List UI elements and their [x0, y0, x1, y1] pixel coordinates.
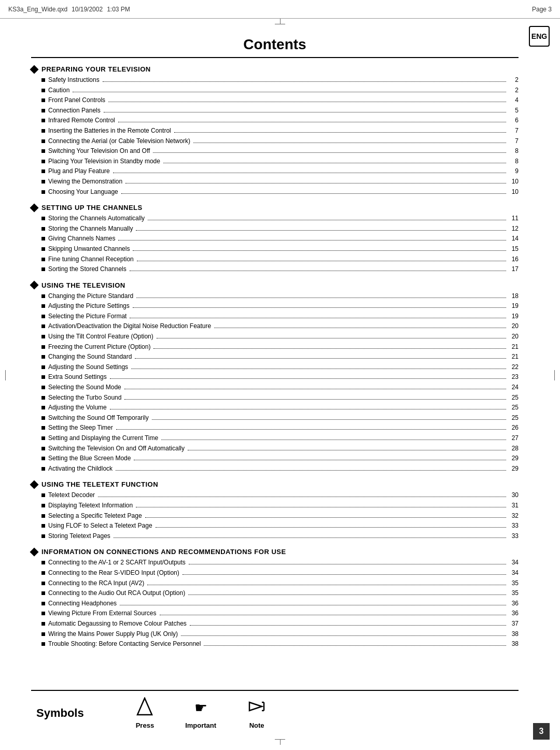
toc-page: 25 [508, 393, 519, 403]
toc-item: Storing the Channels Automatically 11 [41, 214, 519, 223]
toc-label: Using FLOF to Select a Teletext Page [48, 521, 152, 531]
svg-text:☛: ☛ [194, 700, 207, 716]
toc-dots [204, 645, 506, 646]
toc-item: Changing the Picture Standard 18 [41, 291, 519, 301]
toc-item: Infrared Remote Control 6 [41, 116, 519, 125]
toc-label: Connection Panels [48, 106, 101, 116]
toc-item: Sorting the Stored Channels 17 [41, 264, 519, 274]
toc-dots [181, 635, 506, 636]
toc-label: Sorting the Stored Channels [48, 264, 127, 274]
toc-label: Switching the Television On and Off Auto… [48, 444, 185, 454]
toc-bullet [41, 217, 45, 220]
header-filename: KS3a_Eng_Wide.qxd [8, 6, 67, 13]
toc-label: Extra Sound Settings [48, 372, 107, 382]
toc-bullet [41, 227, 45, 231]
toc-item: Displaying Teletext Information 31 [41, 501, 519, 511]
svg-marker-2 [249, 702, 262, 711]
toc-item: Connection Panels 5 [41, 106, 519, 116]
toc-dots [130, 318, 506, 318]
toc-page: 33 [508, 521, 519, 531]
toc-item: Connecting to the Rear S-VIDEO Input (Op… [41, 568, 519, 578]
toc-dots [120, 605, 506, 605]
toc-bullet [41, 169, 45, 173]
toc-dots [193, 143, 506, 143]
toc-page: 15 [508, 244, 519, 254]
toc-item: Caution 2 [41, 86, 519, 95]
toc-page: 8 [508, 146, 519, 156]
toc-item: Setting the Sleep Timer 26 [41, 423, 519, 433]
toc-bullet [41, 315, 45, 318]
toc-dots [188, 595, 506, 595]
toc-item: Choosing Your Language 10 [41, 187, 519, 197]
toc-item: Selecting the Picture Format 19 [41, 312, 519, 321]
toc-label: Teletext Decoder [48, 490, 95, 500]
symbols-section: Symbols Press ☛ Important Note [31, 690, 519, 729]
toc-page: 35 [508, 578, 519, 588]
svg-marker-0 [137, 698, 152, 715]
toc-bullet [41, 335, 45, 338]
toc-list-television: Changing the Picture Standard 18 Adjusti… [31, 291, 519, 474]
toc-page: 7 [508, 126, 519, 136]
toc-bullet [41, 294, 45, 298]
toc-page: 10 [508, 177, 519, 187]
bottom-crosshair [275, 739, 285, 745]
toc-item: Storing the Channels Manually 12 [41, 224, 519, 234]
toc-bullet [41, 457, 45, 460]
toc-bullet [41, 89, 45, 92]
toc-bullet [41, 129, 45, 133]
toc-page: 2 [508, 75, 519, 85]
symbol-label-important: Important [185, 721, 216, 729]
toc-dots [163, 163, 506, 163]
toc-dots [118, 122, 506, 122]
toc-label: Placing Your Television in Standby mode [48, 157, 160, 166]
toc-label: Adjusting the Picture Settings [48, 301, 130, 311]
toc-bullet [41, 591, 45, 595]
toc-bullet [41, 237, 45, 240]
toc-label: Fine tuning Channel Reception [48, 254, 134, 264]
toc-item: Switching the Sound Off Temporarily 25 [41, 413, 519, 423]
toc-page: 21 [508, 352, 519, 362]
toc-dots [161, 440, 506, 440]
toc-bullet [41, 504, 45, 507]
toc-dots [157, 338, 506, 338]
toc-item: Teletext Decoder 30 [41, 490, 519, 500]
toc-label: Displaying Teletext Information [48, 501, 133, 511]
toc-bullet [41, 247, 45, 251]
toc-bullet [41, 561, 45, 564]
toc-bullet [41, 632, 45, 636]
toc-bullet [41, 571, 45, 575]
toc-bullet [41, 406, 45, 409]
toc-item: Adjusting the Sound Settings 22 [41, 362, 519, 372]
toc-label: Viewing Picture From External Sources [48, 609, 157, 618]
toc-item: Front Panel Controls 4 [41, 95, 519, 105]
toc-label: Connecting to the Audio Out RCA Output (… [48, 588, 185, 598]
toc-page: 29 [508, 454, 519, 463]
toc-page: 9 [508, 166, 519, 176]
toc-bullet [41, 582, 45, 585]
toc-label: Storing Teletext Pages [48, 531, 110, 541]
header-page: Page 3 [532, 6, 552, 13]
toc-bullet [41, 467, 45, 471]
section-header-television: USING THE TELEVISION [31, 281, 519, 289]
diamond-icon [30, 547, 39, 556]
section-title-preparing: PREPARING YOUR TELEVISION [41, 65, 151, 73]
toc-item: Storing Teletext Pages 33 [41, 531, 519, 541]
diamond-icon [30, 65, 39, 74]
toc-item: Skipping Unwanted Channels 15 [41, 244, 519, 254]
toc-page: 19 [508, 312, 519, 321]
toc-page: 21 [508, 342, 519, 352]
toc-label: Freezing the Current Picture (Option) [48, 342, 150, 352]
toc-item: Selecting a Specific Teletext Page 32 [41, 511, 519, 521]
toc-item: Using FLOF to Select a Teletext Page 33 [41, 521, 519, 531]
symbol-label-note: Note [249, 721, 264, 729]
toc-dots [137, 261, 506, 261]
header-date: 10/19/2002 [72, 6, 103, 13]
toc-label: Switching Your Television On and Off [48, 146, 150, 156]
toc-item: Freezing the Current Picture (Option) 21 [41, 342, 519, 352]
toc-label: Skipping Unwanted Channels [48, 244, 130, 254]
toc-list-channels: Storing the Channels Automatically 11 St… [31, 214, 519, 274]
toc-dots [116, 470, 506, 471]
toc-label: Connecting the Aerial (or Cable Televisi… [48, 136, 190, 146]
toc-page: 25 [508, 403, 519, 413]
symbol-icon-press [136, 697, 153, 719]
